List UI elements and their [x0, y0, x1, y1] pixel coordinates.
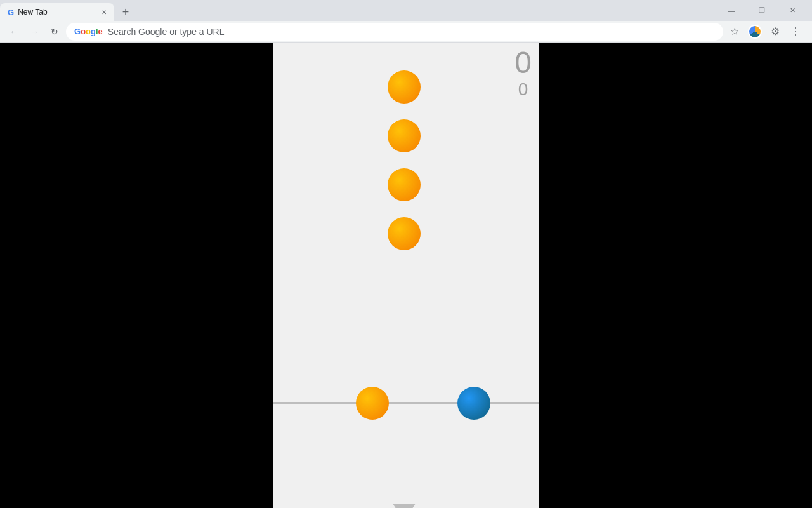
- close-button[interactable]: ✕: [778, 0, 807, 21]
- orange-ball-2: [388, 119, 421, 152]
- extensions-icon: ⚙: [771, 25, 780, 37]
- bookmark-icon: ☆: [730, 25, 739, 37]
- url-placeholder: Search Google or type a URL: [108, 27, 225, 37]
- back-button[interactable]: ←: [5, 23, 23, 41]
- address-bar: ← → ↻ Google Search Google or type a URL…: [0, 21, 812, 43]
- profile-icon: [748, 25, 762, 39]
- content-area: 0 0: [0, 43, 812, 508]
- menu-icon: ⋮: [790, 25, 801, 37]
- menu-button[interactable]: ⋮: [787, 23, 804, 41]
- back-icon: ←: [10, 27, 18, 37]
- orange-ball-3: [388, 168, 421, 201]
- blue-ball: [457, 387, 490, 420]
- game-area[interactable]: 0 0: [273, 43, 539, 508]
- score-container: 0 0: [514, 48, 532, 98]
- active-tab[interactable]: G New Tab ✕: [0, 3, 114, 21]
- tab-favicon: G: [8, 8, 14, 17]
- tab-title: New Tab: [18, 8, 95, 17]
- google-logo: Google: [74, 27, 103, 36]
- orange-ball-1: [388, 70, 421, 104]
- tab-bar: G New Tab ✕ +: [0, 0, 717, 21]
- right-black-area: [539, 43, 812, 508]
- bookmark-button[interactable]: ☆: [726, 23, 743, 41]
- left-black-area: [0, 43, 273, 508]
- profile-button[interactable]: [746, 23, 764, 41]
- refresh-icon: ↻: [51, 27, 58, 37]
- extensions-button[interactable]: ⚙: [766, 23, 784, 41]
- title-bar: G New Tab ✕ + — ❐ ✕: [0, 0, 812, 21]
- minimize-button[interactable]: —: [717, 0, 746, 21]
- orange-ball-4: [388, 217, 421, 250]
- forward-button[interactable]: →: [25, 23, 43, 41]
- new-tab-button[interactable]: +: [117, 3, 134, 21]
- maximize-button[interactable]: ❐: [747, 0, 776, 21]
- forward-icon: →: [30, 27, 39, 37]
- tab-close-button[interactable]: ✕: [99, 7, 109, 17]
- score-sub: 0: [518, 81, 528, 98]
- window-controls: — ❐ ✕: [717, 0, 812, 21]
- orange-paddle-ball: [356, 387, 389, 420]
- game-arrow: [393, 504, 416, 508]
- score-main: 0: [514, 48, 532, 78]
- browser-frame: G New Tab ✕ + — ❐ ✕ ← → ↻: [0, 0, 812, 508]
- toolbar-icons: ☆ ⚙ ⋮: [726, 23, 807, 41]
- game-line: [273, 402, 539, 404]
- refresh-button[interactable]: ↻: [46, 23, 63, 41]
- url-bar[interactable]: Google Search Google or type a URL: [66, 23, 723, 41]
